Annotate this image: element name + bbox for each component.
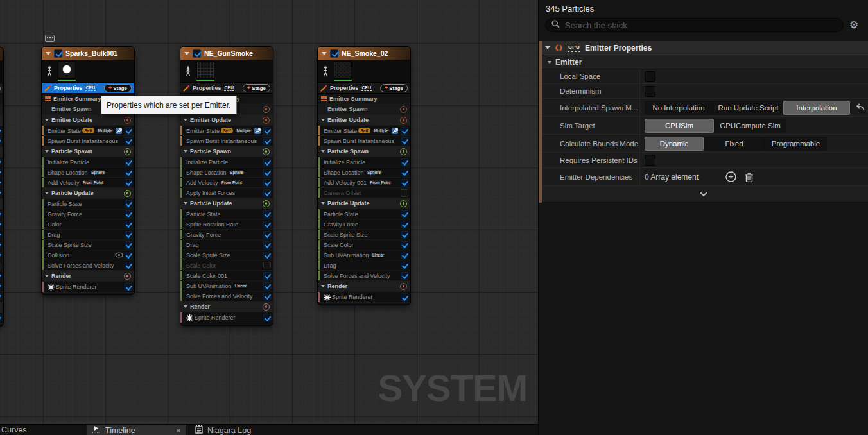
module-row[interactable]: Solve Forces and Velocity bbox=[0, 292, 3, 302]
collapse-arrow-icon[interactable] bbox=[321, 202, 325, 205]
add-stage-button[interactable]: +Stage bbox=[243, 84, 270, 92]
search-input[interactable]: Search the stack bbox=[545, 18, 844, 32]
module-row[interactable]: Apply Initial Forces bbox=[180, 188, 273, 198]
module-enabled-checkbox[interactable] bbox=[263, 282, 271, 290]
module-enabled-checkbox[interactable] bbox=[125, 137, 132, 145]
module-row[interactable]: Sprite Renderer bbox=[180, 312, 273, 323]
section-header-row[interactable]: Particle Update bbox=[180, 198, 273, 209]
module-row[interactable]: Emitter StateSelfMultiple bbox=[318, 126, 410, 136]
module-row[interactable]: Drag bbox=[318, 260, 410, 271]
collapse-arrow-icon[interactable] bbox=[184, 202, 187, 205]
collapse-arrow-icon[interactable] bbox=[45, 192, 49, 194]
section-header-row[interactable]: Emitter Update bbox=[318, 115, 410, 126]
module-row[interactable]: Solve Forces and Velocity bbox=[318, 271, 410, 281]
module-enabled-checkbox[interactable] bbox=[125, 252, 132, 259]
emitter-thumbnail[interactable] bbox=[58, 60, 76, 81]
segment-option[interactable]: Run Update Script bbox=[713, 101, 783, 115]
module-enabled-checkbox[interactable] bbox=[125, 283, 132, 291]
module-enabled-checkbox[interactable] bbox=[125, 210, 132, 218]
module-enabled-checkbox[interactable] bbox=[263, 189, 271, 197]
module-row[interactable]: Initialize Particle bbox=[42, 157, 134, 167]
emitter-enabled-checkbox[interactable] bbox=[330, 49, 338, 58]
module-row[interactable]: Scale Color 001 bbox=[0, 271, 3, 282]
module-row[interactable]: Apply Initial Forces bbox=[0, 189, 3, 199]
module-row[interactable]: Solve Forces and Velocity bbox=[42, 260, 134, 271]
module-row[interactable]: Drag bbox=[0, 241, 3, 251]
module-enabled-checkbox[interactable] bbox=[0, 159, 1, 167]
module-enabled-checkbox[interactable] bbox=[0, 314, 1, 322]
module-enabled-checkbox[interactable] bbox=[125, 262, 132, 269]
module-row[interactable]: Emitter StateSelfMultiple bbox=[0, 126, 3, 137]
segment-option[interactable]: No Interpolation bbox=[645, 101, 713, 115]
emitter-summary-row[interactable]: Emitter Summary bbox=[0, 94, 3, 105]
property-checkbox[interactable] bbox=[645, 71, 655, 82]
module-row[interactable]: Add VelocityFrom Point bbox=[42, 178, 134, 188]
section-header-row[interactable]: Render bbox=[42, 271, 134, 282]
module-enabled-checkbox[interactable] bbox=[401, 158, 408, 166]
add-element-icon[interactable] bbox=[725, 171, 736, 182]
module-row[interactable]: Sprite Renderer bbox=[318, 292, 410, 303]
section-header-row[interactable]: Render bbox=[318, 281, 410, 292]
module-enabled-checkbox[interactable] bbox=[263, 221, 271, 228]
module-row[interactable]: Add VelocityFrom Point bbox=[180, 178, 273, 188]
module-row[interactable]: Gravity Force bbox=[42, 209, 134, 219]
module-row[interactable]: Scale Color 001 bbox=[180, 271, 273, 281]
module-row[interactable]: Sub UVAnimationLinear bbox=[318, 250, 410, 260]
section-header-row[interactable]: Particle Update bbox=[42, 188, 134, 199]
module-enabled-checkbox[interactable] bbox=[263, 158, 271, 166]
collapse-arrow-icon[interactable] bbox=[321, 119, 325, 121]
property-checkbox[interactable] bbox=[645, 86, 655, 97]
close-icon[interactable]: × bbox=[177, 427, 180, 434]
module-enabled-checkbox[interactable] bbox=[263, 272, 271, 280]
module-enabled-checkbox[interactable] bbox=[401, 262, 408, 269]
module-row[interactable]: Shape LocationSphere bbox=[318, 167, 410, 178]
section-header-row[interactable]: Particle Spawn bbox=[180, 146, 273, 157]
module-row[interactable]: Scale Sprite Size bbox=[42, 240, 134, 250]
section-header-row[interactable]: Emitter Update bbox=[180, 115, 273, 126]
module-enabled-checkbox[interactable] bbox=[0, 283, 1, 291]
undo-icon[interactable] bbox=[854, 99, 865, 116]
add-stage-button[interactable]: +Stage bbox=[0, 85, 1, 93]
module-enabled-checkbox[interactable] bbox=[263, 179, 271, 187]
module-enabled-checkbox[interactable] bbox=[263, 231, 271, 239]
section-header-row[interactable]: Particle Update bbox=[0, 199, 3, 210]
module-row[interactable]: Spawn Burst Instantaneous bbox=[42, 136, 134, 146]
module-row[interactable]: Solve Forces and Velocity bbox=[180, 291, 273, 302]
module-enabled-checkbox[interactable] bbox=[125, 200, 132, 208]
module-enabled-checkbox[interactable] bbox=[401, 127, 408, 135]
module-row[interactable]: Scale Color bbox=[180, 260, 273, 271]
module-enabled-checkbox[interactable] bbox=[125, 221, 132, 228]
delete-element-icon[interactable] bbox=[745, 172, 754, 182]
segment-option[interactable]: GPUCompute Sim bbox=[714, 119, 786, 133]
module-enabled-checkbox[interactable] bbox=[125, 179, 132, 187]
module-row[interactable]: Scale Color bbox=[318, 240, 410, 250]
emitter-thumbnail[interactable] bbox=[334, 60, 352, 81]
properties-row[interactable]: PropertiesCPU+Stage bbox=[318, 83, 410, 94]
module-row[interactable]: Scale Sprite Size bbox=[318, 230, 410, 240]
module-row[interactable]: Collision bbox=[42, 250, 134, 260]
module-row[interactable]: Initialize Particle bbox=[318, 157, 410, 167]
module-enabled-checkbox[interactable] bbox=[263, 210, 271, 218]
module-enabled-checkbox[interactable] bbox=[0, 138, 1, 146]
module-enabled-checkbox[interactable] bbox=[263, 314, 271, 321]
module-row[interactable]: Scale Sprite Size bbox=[0, 251, 3, 261]
section-header-row[interactable]: Particle Update bbox=[318, 198, 410, 209]
module-enabled-checkbox[interactable] bbox=[401, 241, 408, 249]
module-row[interactable]: Particle State bbox=[42, 199, 134, 209]
segment-option[interactable]: Dynamic bbox=[645, 137, 704, 151]
module-row[interactable]: Initialize Particle bbox=[180, 157, 273, 167]
collapse-arrow-icon[interactable] bbox=[184, 52, 189, 55]
properties-row[interactable]: PropertiesCPU+Stage bbox=[0, 83, 3, 94]
section-header-row[interactable]: Render bbox=[0, 302, 3, 313]
module-enabled-checkbox[interactable] bbox=[401, 231, 408, 239]
emitter-node-header[interactable]: NE_GunSmoke bbox=[180, 47, 273, 60]
module-enabled-checkbox[interactable] bbox=[263, 137, 271, 145]
module-enabled-checkbox[interactable] bbox=[263, 262, 271, 269]
module-row[interactable]: Particle State bbox=[318, 209, 410, 219]
tab-timeline[interactable]: Timeline × bbox=[87, 425, 186, 435]
collapse-arrow-icon[interactable] bbox=[45, 150, 49, 153]
module-row[interactable]: Drag bbox=[42, 230, 134, 240]
module-enabled-checkbox[interactable] bbox=[263, 169, 271, 176]
collapse-arrow-icon[interactable] bbox=[322, 52, 327, 55]
module-enabled-checkbox[interactable] bbox=[0, 242, 1, 250]
